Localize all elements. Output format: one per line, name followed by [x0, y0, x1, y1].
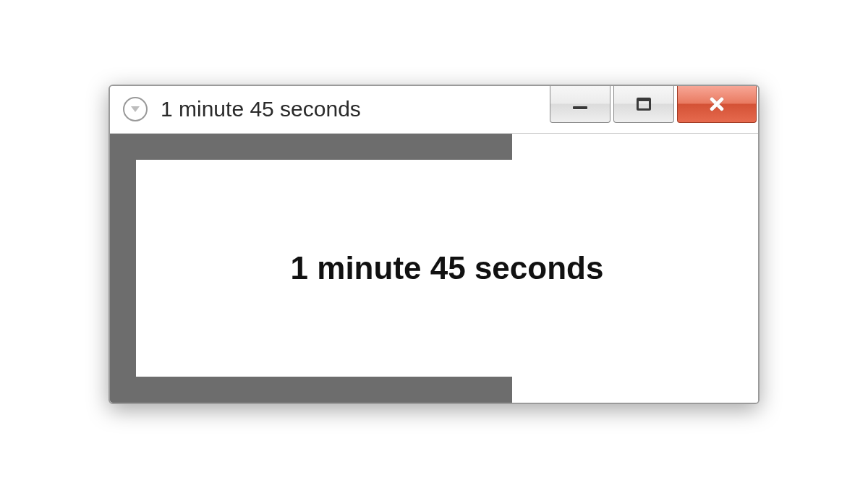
timer-progress: 1 minute 45 seconds	[110, 134, 758, 403]
clock-icon	[123, 97, 148, 121]
client-area: 1 minute 45 seconds	[110, 134, 758, 403]
window-controls	[550, 85, 758, 123]
minimize-icon	[573, 106, 587, 109]
titlebar[interactable]: 1 minute 45 seconds	[110, 86, 758, 134]
timer-display: 1 minute 45 seconds	[291, 250, 604, 286]
maximize-icon	[637, 98, 651, 111]
close-icon	[709, 96, 725, 112]
minimize-button[interactable]	[550, 85, 610, 123]
timer-window: 1 minute 45 seconds 1 minute 45 seconds	[109, 85, 760, 404]
close-button[interactable]	[677, 85, 757, 123]
window-title: 1 minute 45 seconds	[161, 97, 550, 121]
maximize-button[interactable]	[613, 85, 674, 123]
timer-display-panel: 1 minute 45 seconds	[136, 160, 758, 377]
